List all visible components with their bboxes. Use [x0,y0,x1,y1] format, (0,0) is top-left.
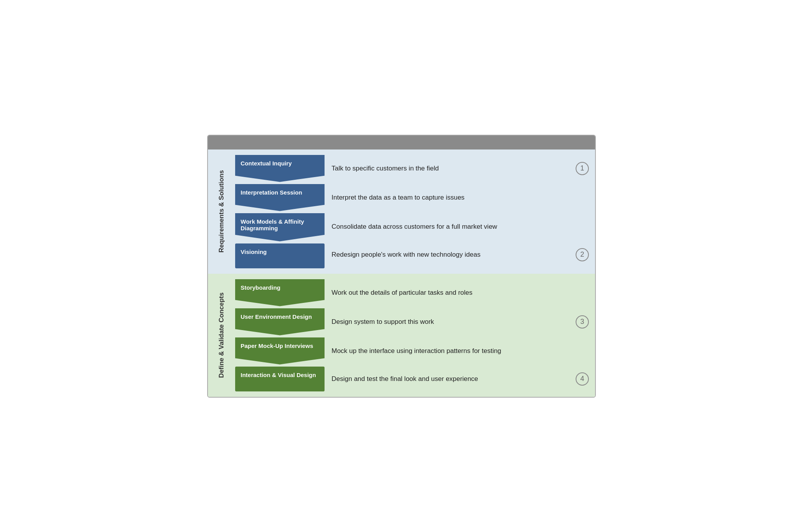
desc-text-interaction-visual: Design and test the final look and user … [332,374,571,384]
desc-row-interaction-visual: Design and test the final look and user … [332,367,589,391]
step-box-paper-mockup: Paper Mock-Up Interviews [235,337,325,365]
desc-row-storyboarding: Work out the details of particular tasks… [332,279,589,306]
diagram-title [208,136,595,150]
desc-text-interpretation-session: Interpret the data as a team to capture … [332,193,589,202]
desc-row-paper-mockup: Mock up the interface using interaction … [332,337,589,365]
step-box-contextual-inquiry: Contextual Inquiry [235,155,325,182]
desc-text-user-environment: Design system to support this work [332,317,571,327]
step-box-visioning: Visioning [235,243,325,268]
desc-row-interpretation-session: Interpret the data as a team to capture … [332,184,589,211]
desc-row-visioning: Redesign people's work with new technolo… [332,242,589,267]
step-box-interaction-visual: Interaction & Visual Design [235,367,325,391]
step-number-interaction-visual: 4 [576,372,589,386]
diagram-container: Requirements & SolutionsContextual Inqui… [207,135,596,398]
desc-text-visioning: Redesign people's work with new technolo… [332,250,571,259]
section-label-requirements: Requirements & Solutions [218,170,225,253]
section-requirements: Requirements & SolutionsContextual Inqui… [208,150,595,274]
desc-text-paper-mockup: Mock up the interface using interaction … [332,346,589,356]
steps-col-requirements: Contextual InquiryInterpretation Session… [235,155,325,268]
section-label-wrapper-define: Define & Validate Concepts [208,279,235,391]
sections-wrapper: Requirements & SolutionsContextual Inqui… [208,150,595,397]
step-box-user-environment: User Environment Design [235,308,325,336]
desc-text-work-models: Consolidate data across customers for a … [332,222,589,231]
section-define: Define & Validate ConceptsStoryboardingU… [208,274,595,397]
section-label-define: Define & Validate Concepts [218,292,225,378]
desc-row-user-environment: Design system to support this work3 [332,308,589,336]
desc-text-contextual-inquiry: Talk to specific customers in the field [332,164,571,173]
steps-col-define: StoryboardingUser Environment DesignPape… [235,279,325,391]
step-number-user-environment: 3 [576,315,589,329]
section-label-wrapper-requirements: Requirements & Solutions [208,155,235,268]
step-box-work-models: Work Models & Affinity Diagramming [235,213,325,242]
desc-text-storyboarding: Work out the details of particular tasks… [332,288,589,297]
step-box-storyboarding: Storyboarding [235,279,325,306]
desc-col-define: Work out the details of particular tasks… [325,279,589,391]
step-number-visioning: 2 [576,248,589,261]
desc-row-work-models: Consolidate data across customers for a … [332,213,589,240]
desc-col-requirements: Talk to specific customers in the field1… [325,155,589,268]
desc-row-contextual-inquiry: Talk to specific customers in the field1 [332,155,589,182]
step-number-contextual-inquiry: 1 [576,162,589,175]
step-box-interpretation-session: Interpretation Session [235,184,325,211]
